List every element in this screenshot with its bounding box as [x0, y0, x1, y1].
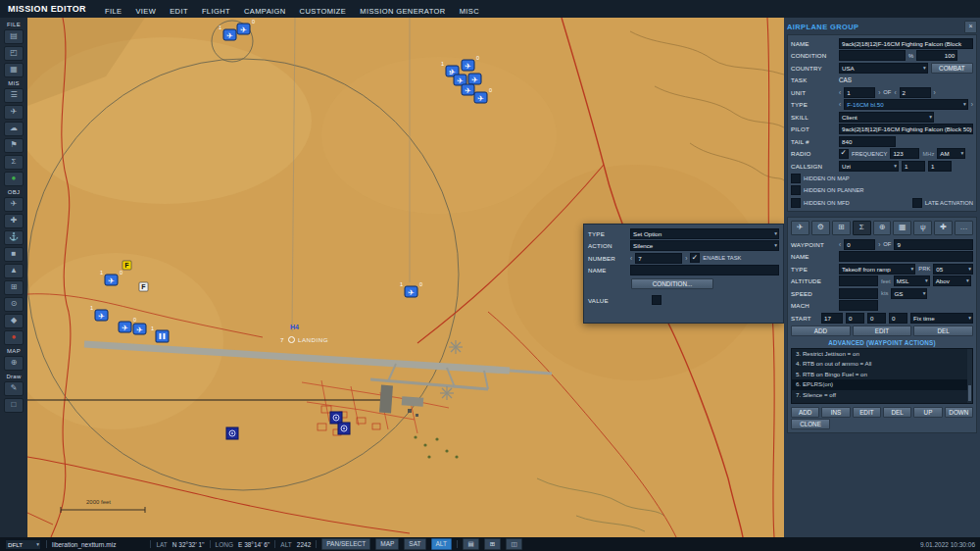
aircraft-icon[interactable]: ✈ — [4, 105, 24, 120]
group-name-field[interactable]: 9ack|2|18|12|F-16CM Fighting Falcon (Blo… — [839, 38, 973, 49]
callsign-number2-field[interactable]: 1 — [928, 161, 952, 172]
pan-select-button[interactable]: PAN/SELECT — [321, 538, 370, 550]
unit-decrement-arrow[interactable]: ‹ — [839, 89, 841, 96]
template-icon[interactable]: ⊞ — [4, 280, 24, 295]
value-checkbox[interactable] — [652, 295, 662, 305]
map-viewport[interactable]: ✈1✈0✈1✈0✈1✈✈✈0✈10✈1✈0✈FF✈101 H4 7 LANDIN… — [27, 18, 784, 537]
time-mode-dropdown[interactable]: Fix time — [910, 313, 973, 324]
start-hours-field[interactable]: 17 — [821, 313, 843, 324]
actions-up-button[interactable]: UP — [913, 407, 942, 418]
site-box-unit[interactable] — [330, 412, 342, 424]
dialog-action-dropdown[interactable]: Silence — [630, 240, 779, 251]
unit-total-field[interactable]: 2 — [900, 87, 931, 98]
plane-unit[interactable]: ✈ — [462, 84, 474, 95]
late-activation-checkbox[interactable] — [912, 198, 922, 208]
plane-unit[interactable]: ✈ — [133, 324, 146, 334]
hidden-on-planner-checkbox[interactable] — [791, 185, 801, 195]
aircraft-type-dropdown[interactable]: F-16CM bl.50 — [844, 99, 968, 110]
altitude-field[interactable] — [839, 276, 878, 286]
target-icon[interactable]: ⊕ — [873, 221, 892, 235]
menu-item-file[interactable]: FILE — [98, 7, 128, 16]
waypoint-action-item[interactable]: 5. RTB on Bingo Fuel = on — [792, 370, 972, 380]
waypoint-actions-list[interactable]: 3. Restrict Jettison = on4. RTB on out o… — [791, 348, 973, 404]
theme-dropdown[interactable]: DFLT — [5, 539, 41, 550]
helicopter-group-icon[interactable]: ✚ — [4, 214, 24, 228]
altitude-ref-dropdown[interactable]: MSL — [894, 276, 930, 286]
formation-icon[interactable]: ⊞ — [832, 221, 851, 235]
hidden-on-map-checkbox[interactable] — [791, 174, 801, 183]
pilot-field[interactable]: 9ack|2|18|12|F-16CM Fighting Falcon (Blo… — [839, 124, 973, 134]
delete-object-icon[interactable]: ● — [4, 330, 24, 345]
waypoint-action-item[interactable]: 3. Restrict Jettison = on — [792, 349, 972, 360]
save-mission-icon[interactable]: ▦ — [4, 63, 24, 77]
new-mission-icon[interactable]: ▤ — [4, 29, 24, 44]
info-icon[interactable]: ◫ — [506, 538, 522, 550]
flag-white-unit[interactable]: F — [139, 282, 148, 291]
task-value[interactable]: CAS — [839, 76, 852, 83]
speed-field[interactable] — [839, 288, 878, 299]
nav-point-icon[interactable]: ◆ — [4, 314, 24, 328]
ship-group-icon[interactable]: ⚓ — [4, 230, 24, 245]
menu-item-customize[interactable]: CUSTOMIZE — [293, 7, 354, 16]
plane-unit[interactable]: ✈ — [468, 74, 481, 84]
condition-button[interactable]: CONDITION... — [631, 278, 713, 289]
payload-icon[interactable]: ⚙ — [811, 221, 830, 235]
site-box-unit[interactable] — [338, 423, 350, 434]
waypoint-add-button[interactable]: ADD — [791, 326, 851, 336]
combat-button[interactable]: COMBAT — [931, 63, 973, 74]
flag-yellow-unit[interactable]: F — [122, 261, 131, 270]
triggers-icon[interactable]: Σ — [4, 155, 24, 170]
condition-field[interactable] — [839, 50, 906, 61]
waypoint-name-field[interactable] — [839, 251, 973, 262]
draw-pencil-icon[interactable]: ✎ — [4, 381, 24, 396]
dialog-type-dropdown[interactable]: Set Option — [630, 228, 779, 239]
scrollbar-thumb[interactable] — [968, 385, 971, 401]
unit-count-field[interactable]: 1 — [844, 87, 875, 98]
waypoint-next-arrow[interactable]: › — [878, 241, 880, 248]
clone-button[interactable]: CLONE — [791, 419, 830, 429]
triggered-actions-icon[interactable]: Σ — [853, 221, 871, 235]
route-icon[interactable]: ✈ — [791, 221, 809, 235]
grid-icon[interactable]: ⊞ — [484, 538, 501, 550]
weather-icon[interactable]: ☁ — [4, 122, 24, 136]
dialog-number-field[interactable]: 7 — [635, 253, 682, 264]
menu-item-misc[interactable]: MISC — [453, 7, 486, 16]
country-dropdown[interactable]: USA — [839, 63, 928, 74]
parking-dropdown[interactable]: 05 — [933, 264, 973, 275]
modulation-dropdown[interactable]: AM — [937, 148, 965, 159]
menu-item-mission-generator[interactable]: MISSION GENERATOR — [353, 7, 452, 16]
sat-layer-button[interactable]: SAT — [404, 538, 425, 550]
speed-type-dropdown[interactable]: GS — [891, 288, 927, 299]
type-next-arrow[interactable]: › — [971, 101, 973, 108]
skill-dropdown[interactable]: Client — [839, 112, 934, 123]
alt-layer-button[interactable]: ALT — [431, 538, 452, 550]
status-ok-icon[interactable]: ● — [4, 172, 24, 186]
actions-del-button[interactable]: DEL — [883, 407, 911, 418]
actions-add-button[interactable]: ADD — [791, 407, 819, 418]
tail-number-field[interactable]: 840 — [839, 136, 896, 147]
advanced-waypoint-actions-link[interactable]: ADVANCED (WAYPOINT ACTIONS) — [791, 339, 973, 346]
open-mission-icon[interactable]: ◰ — [4, 46, 24, 61]
draw-shape-icon[interactable]: □ — [4, 398, 24, 413]
layers-icon[interactable]: ▤ — [463, 538, 479, 550]
waypoint-index-field[interactable]: 0 — [844, 239, 875, 250]
start-seconds-field[interactable]: 0 — [867, 313, 886, 324]
close-panel-icon[interactable]: × — [964, 21, 977, 33]
waypoint-del-button[interactable]: DEL — [913, 326, 973, 336]
airplane-group-icon[interactable]: ✈ — [4, 197, 24, 212]
menu-item-edit[interactable]: EDIT — [163, 7, 195, 16]
more-icon[interactable]: … — [955, 221, 973, 235]
callsign-dropdown[interactable]: Uzi — [839, 161, 899, 172]
trigger-zone-icon[interactable]: ⊙ — [4, 297, 24, 312]
static-object-icon[interactable]: ▲ — [4, 264, 24, 278]
mach-field[interactable] — [839, 300, 878, 311]
waypoint-prev-arrow[interactable]: ‹ — [839, 241, 841, 248]
waypoint-action-item[interactable]: 4. RTB on out of ammo = All — [792, 359, 972, 370]
waypoint-action-item[interactable]: 7. Silence = off — [792, 390, 972, 401]
number-increment-arrow[interactable]: › — [685, 255, 687, 262]
enable-task-checkbox[interactable] — [690, 253, 700, 263]
unit-increment-arrow[interactable]: › — [878, 89, 880, 96]
unit-total-decrement-arrow[interactable]: ‹ — [894, 89, 896, 96]
number-decrement-arrow[interactable]: ‹ — [630, 255, 632, 262]
menu-item-campaign[interactable]: CAMPAIGN — [237, 7, 293, 16]
